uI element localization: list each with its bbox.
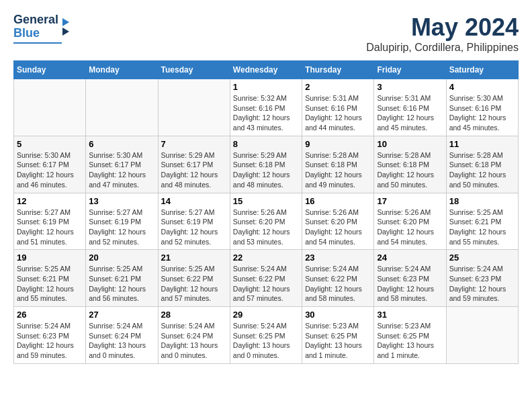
day-info: Sunrise: 5:27 AMSunset: 6:19 PMDaylight:… (89, 208, 154, 247)
calendar-cell: 2Sunrise: 5:31 AMSunset: 6:16 PMDaylight… (302, 79, 374, 136)
day-number: 12 (17, 196, 83, 206)
day-number: 3 (377, 82, 443, 92)
calendar-cell: 21Sunrise: 5:25 AMSunset: 6:22 PMDayligh… (158, 250, 230, 307)
calendar-cell: 19Sunrise: 5:25 AMSunset: 6:21 PMDayligh… (14, 250, 86, 307)
day-number: 13 (89, 196, 154, 206)
header-sunday: Sunday (14, 61, 86, 79)
calendar-cell: 27Sunrise: 5:24 AMSunset: 6:24 PMDayligh… (86, 307, 158, 364)
day-number: 16 (305, 196, 371, 206)
day-info: Sunrise: 5:26 AMSunset: 6:20 PMDaylight:… (233, 208, 299, 247)
day-info: Sunrise: 5:23 AMSunset: 6:25 PMDaylight:… (377, 321, 443, 361)
day-number: 14 (161, 196, 227, 206)
calendar-cell: 5Sunrise: 5:30 AMSunset: 6:17 PMDaylight… (14, 136, 86, 193)
day-info: Sunrise: 5:28 AMSunset: 6:18 PMDaylight:… (449, 150, 515, 190)
calendar-table: SundayMondayTuesdayWednesdayThursdayFrid… (13, 60, 519, 364)
logo-blue: Blue (13, 27, 40, 40)
day-number: 25 (449, 253, 515, 263)
week-row-5: 26Sunrise: 5:24 AMSunset: 6:23 PMDayligh… (14, 307, 519, 364)
day-info: Sunrise: 5:32 AMSunset: 6:16 PMDaylight:… (233, 93, 299, 133)
calendar-cell: 16Sunrise: 5:26 AMSunset: 6:20 PMDayligh… (302, 193, 374, 250)
day-info: Sunrise: 5:25 AMSunset: 6:21 PMDaylight:… (449, 208, 515, 247)
day-info: Sunrise: 5:23 AMSunset: 6:25 PMDaylight:… (305, 321, 371, 361)
calendar-cell: 30Sunrise: 5:23 AMSunset: 6:25 PMDayligh… (302, 307, 374, 364)
day-number: 31 (377, 310, 443, 320)
day-info: Sunrise: 5:26 AMSunset: 6:20 PMDaylight:… (377, 208, 443, 247)
day-number: 17 (377, 196, 443, 206)
day-number: 11 (449, 139, 515, 149)
day-info: Sunrise: 5:25 AMSunset: 6:22 PMDaylight:… (161, 264, 227, 304)
day-number: 6 (89, 139, 154, 149)
week-row-1: 1Sunrise: 5:32 AMSunset: 6:16 PMDaylight… (14, 79, 519, 136)
day-info: Sunrise: 5:24 AMSunset: 6:25 PMDaylight:… (233, 321, 299, 361)
calendar-cell: 9Sunrise: 5:28 AMSunset: 6:18 PMDaylight… (302, 136, 374, 193)
title-section: May 2024 Dalupirip, Cordillera, Philippi… (366, 13, 519, 54)
day-number: 15 (233, 196, 299, 206)
header-thursday: Thursday (302, 61, 374, 79)
day-number: 24 (377, 253, 443, 263)
day-info: Sunrise: 5:24 AMSunset: 6:23 PMDaylight:… (377, 264, 443, 304)
week-row-4: 19Sunrise: 5:25 AMSunset: 6:21 PMDayligh… (14, 250, 519, 307)
day-info: Sunrise: 5:30 AMSunset: 6:17 PMDaylight:… (89, 150, 154, 190)
calendar-cell: 1Sunrise: 5:32 AMSunset: 6:16 PMDaylight… (230, 79, 302, 136)
calendar-cell: 7Sunrise: 5:29 AMSunset: 6:17 PMDaylight… (158, 136, 230, 193)
day-number: 19 (17, 253, 83, 263)
day-number: 8 (233, 139, 299, 149)
calendar-cell (14, 79, 86, 136)
calendar-cell: 22Sunrise: 5:24 AMSunset: 6:22 PMDayligh… (230, 250, 302, 307)
calendar-cell: 18Sunrise: 5:25 AMSunset: 6:21 PMDayligh… (446, 193, 518, 250)
day-number: 20 (89, 253, 154, 263)
header-friday: Friday (374, 61, 446, 79)
calendar-cell: 23Sunrise: 5:24 AMSunset: 6:22 PMDayligh… (302, 250, 374, 307)
calendar-cell: 3Sunrise: 5:31 AMSunset: 6:16 PMDaylight… (374, 79, 446, 136)
day-info: Sunrise: 5:31 AMSunset: 6:16 PMDaylight:… (305, 93, 371, 133)
main-title: May 2024 (366, 13, 519, 42)
day-info: Sunrise: 5:30 AMSunset: 6:16 PMDaylight:… (449, 93, 515, 133)
day-info: Sunrise: 5:28 AMSunset: 6:18 PMDaylight:… (377, 150, 443, 190)
day-number: 26 (17, 310, 83, 320)
calendar-cell: 15Sunrise: 5:26 AMSunset: 6:20 PMDayligh… (230, 193, 302, 250)
day-info: Sunrise: 5:28 AMSunset: 6:18 PMDaylight:… (305, 150, 371, 190)
day-number: 30 (305, 310, 371, 320)
calendar-cell: 13Sunrise: 5:27 AMSunset: 6:19 PMDayligh… (86, 193, 158, 250)
day-info: Sunrise: 5:31 AMSunset: 6:16 PMDaylight:… (377, 93, 443, 133)
day-number: 23 (305, 253, 371, 263)
day-info: Sunrise: 5:24 AMSunset: 6:24 PMDaylight:… (89, 321, 154, 361)
logo: General Blue (13, 13, 69, 44)
subtitle: Dalupirip, Cordillera, Philippines (366, 42, 519, 54)
calendar-cell: 10Sunrise: 5:28 AMSunset: 6:18 PMDayligh… (374, 136, 446, 193)
calendar-cell (446, 307, 518, 364)
week-row-3: 12Sunrise: 5:27 AMSunset: 6:19 PMDayligh… (14, 193, 519, 250)
logo-general: General (13, 13, 58, 27)
day-info: Sunrise: 5:30 AMSunset: 6:17 PMDaylight:… (17, 150, 83, 190)
day-info: Sunrise: 5:24 AMSunset: 6:22 PMDaylight:… (305, 264, 371, 304)
calendar-cell: 14Sunrise: 5:27 AMSunset: 6:19 PMDayligh… (158, 193, 230, 250)
day-number: 22 (233, 253, 299, 263)
day-number: 4 (449, 82, 515, 92)
calendar-cell: 24Sunrise: 5:24 AMSunset: 6:23 PMDayligh… (374, 250, 446, 307)
day-number: 2 (305, 82, 371, 92)
calendar-cell: 8Sunrise: 5:29 AMSunset: 6:18 PMDaylight… (230, 136, 302, 193)
week-row-2: 5Sunrise: 5:30 AMSunset: 6:17 PMDaylight… (14, 136, 519, 193)
calendar-cell: 20Sunrise: 5:25 AMSunset: 6:21 PMDayligh… (86, 250, 158, 307)
header-tuesday: Tuesday (158, 61, 230, 79)
day-number: 10 (377, 139, 443, 149)
day-number: 29 (233, 310, 299, 320)
header-wednesday: Wednesday (230, 61, 302, 79)
calendar-cell (86, 79, 158, 136)
calendar-cell (158, 79, 230, 136)
page-header: General Blue May 2024 Dalupirip, Cordill… (13, 13, 519, 54)
header-saturday: Saturday (446, 61, 518, 79)
day-number: 28 (161, 310, 227, 320)
day-number: 21 (161, 253, 227, 263)
calendar-cell: 4Sunrise: 5:30 AMSunset: 6:16 PMDaylight… (446, 79, 518, 136)
day-info: Sunrise: 5:25 AMSunset: 6:21 PMDaylight:… (89, 264, 154, 304)
day-number: 7 (161, 139, 227, 149)
day-info: Sunrise: 5:24 AMSunset: 6:23 PMDaylight:… (17, 321, 83, 361)
day-info: Sunrise: 5:27 AMSunset: 6:19 PMDaylight:… (161, 208, 227, 247)
day-number: 27 (89, 310, 154, 320)
calendar-cell: 17Sunrise: 5:26 AMSunset: 6:20 PMDayligh… (374, 193, 446, 250)
day-info: Sunrise: 5:25 AMSunset: 6:21 PMDaylight:… (17, 264, 83, 304)
calendar-cell: 26Sunrise: 5:24 AMSunset: 6:23 PMDayligh… (14, 307, 86, 364)
day-number: 9 (305, 139, 371, 149)
day-info: Sunrise: 5:24 AMSunset: 6:22 PMDaylight:… (233, 264, 299, 304)
